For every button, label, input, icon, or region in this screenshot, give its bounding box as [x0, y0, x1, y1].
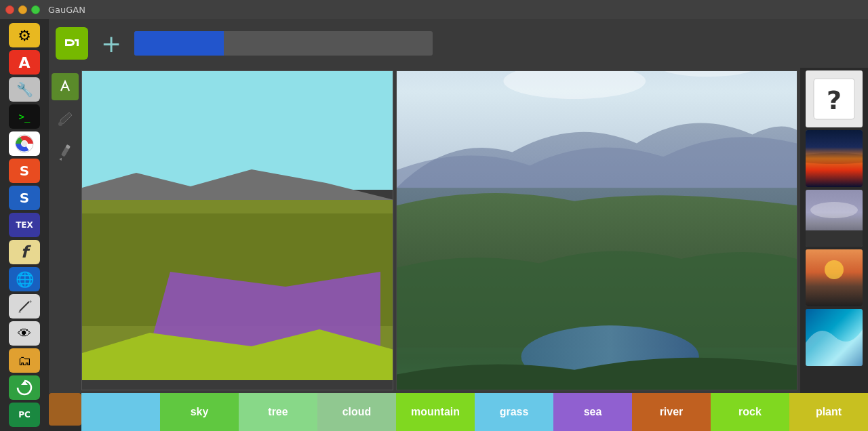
label-mountain[interactable]: cloud — [317, 393, 396, 431]
svg-rect-25 — [806, 230, 863, 247]
main-layout: ⚙ A 🔧 >_ S S TEX f 🌐 👁 🗂 — [0, 19, 868, 431]
sunset-icon — [806, 130, 863, 187]
drawing-area[interactable] — [81, 70, 393, 390]
thumbnail-wave[interactable] — [806, 309, 863, 366]
svg-rect-7 — [61, 33, 83, 54]
label-plant[interactable]: rock — [711, 393, 789, 431]
cloudy-icon — [806, 190, 863, 247]
nvidia-button[interactable] — [56, 27, 88, 60]
thumbnail-random[interactable]: ? — [806, 70, 863, 127]
svg-point-22 — [806, 153, 863, 164]
app-area: + — [49, 19, 868, 431]
label-cloud[interactable]: tree — [239, 393, 317, 431]
dock-settings[interactable]: ⚙ — [9, 23, 40, 47]
svg-marker-12 — [59, 157, 62, 161]
label-sea[interactable]: grass — [475, 393, 553, 431]
selected-color-swatch[interactable] — [49, 393, 81, 426]
sky-layer — [82, 71, 393, 190]
drawing-canvas[interactable] — [82, 71, 393, 380]
svg-text:?: ? — [827, 85, 842, 115]
label-tree[interactable]: sky — [160, 393, 239, 431]
close-button[interactable] — [5, 5, 14, 14]
dock-pycharm[interactable]: PC — [9, 403, 40, 427]
label-row: sky tree cloud mountain grass sea river … — [49, 393, 868, 431]
toolbar: + — [49, 19, 868, 68]
label-sky[interactable] — [81, 393, 160, 431]
dock-sublime1[interactable]: S — [9, 159, 40, 183]
svg-point-10 — [58, 122, 62, 126]
titlebar: GauGAN — [0, 0, 868, 19]
label-river[interactable]: sea — [553, 393, 632, 431]
orange-sky-icon — [806, 249, 863, 306]
progress-bar-container — [134, 31, 433, 56]
dock-files[interactable]: 🗂 — [9, 348, 40, 373]
application-dock: ⚙ A 🔧 >_ S S TEX f 🌐 👁 🗂 — [0, 19, 49, 431]
chrome-icon — [15, 134, 34, 153]
dock-sublime2[interactable]: S — [9, 186, 40, 210]
label-rock[interactable]: river — [632, 393, 711, 431]
brush-icon — [56, 110, 75, 129]
dock-tex[interactable]: TEX — [9, 213, 40, 237]
nvidia-icon — [61, 33, 83, 54]
svg-point-24 — [810, 202, 858, 218]
paint-icon — [56, 77, 75, 96]
dock-eye[interactable]: 👁 — [9, 321, 40, 346]
pencil-tool[interactable] — [52, 138, 79, 165]
dock-chrome[interactable] — [9, 131, 40, 156]
thumbnail-orange-sky[interactable] — [806, 249, 863, 306]
thumbnail-sunset[interactable] — [806, 130, 863, 187]
thumbnails-panel: ? — [800, 68, 868, 393]
gan-image — [397, 71, 797, 390]
maximize-button[interactable] — [31, 5, 40, 14]
wave-icon — [806, 309, 863, 366]
svg-marker-5 — [29, 300, 32, 303]
dock-sphere[interactable]: 🌐 — [9, 267, 40, 291]
label-grass[interactable]: mountain — [396, 393, 475, 431]
svg-marker-4 — [18, 311, 21, 312]
window-title: GauGAN — [48, 5, 85, 15]
gan-output — [396, 70, 797, 390]
tools-sidebar — [49, 68, 81, 393]
add-button[interactable]: + — [95, 27, 127, 60]
dock-terminal[interactable]: >_ — [9, 104, 40, 129]
svg-point-2 — [22, 141, 27, 146]
dock-wrench[interactable]: 🔧 — [9, 77, 40, 102]
svg-point-27 — [825, 260, 844, 279]
progress-bar-fill — [134, 31, 224, 56]
thumbnail-cloudy[interactable] — [806, 190, 863, 247]
dock-pen[interactable] — [9, 294, 40, 319]
paint-tool[interactable] — [52, 73, 79, 100]
gan-landscape-svg — [397, 71, 797, 390]
svg-line-3 — [20, 302, 29, 311]
pencil-icon — [56, 142, 75, 161]
minimize-button[interactable] — [18, 5, 27, 14]
pen-icon — [17, 299, 32, 314]
dock-torrent[interactable] — [9, 375, 40, 400]
torrent-icon — [16, 379, 33, 396]
dock-text[interactable]: A — [9, 50, 40, 75]
brush-tool[interactable] — [52, 106, 79, 133]
dock-font[interactable]: f — [9, 240, 40, 264]
random-icon: ? — [810, 75, 858, 123]
label-sand[interactable]: plant — [789, 393, 868, 431]
workspace: ? — [49, 68, 868, 393]
